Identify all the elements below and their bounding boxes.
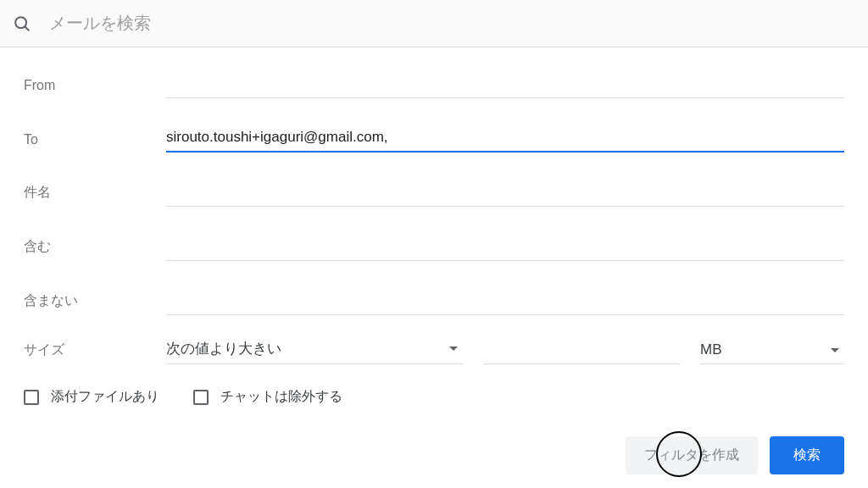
excludes-field[interactable] — [166, 289, 844, 315]
has-attachment-checkbox[interactable]: 添付ファイルあり — [24, 388, 159, 406]
checkbox-icon — [24, 390, 39, 405]
size-compare-select[interactable]: 次の値より大きい — [166, 336, 463, 364]
to-label: To — [24, 132, 166, 152]
excludes-label: 含まない — [24, 292, 166, 315]
search-button[interactable]: 検索 — [770, 436, 844, 474]
search-icon — [12, 14, 32, 34]
has-attachment-label: 添付ファイルあり — [51, 388, 159, 406]
size-unit-select[interactable]: MB — [700, 338, 844, 364]
exclude-chats-label: チャットは除外する — [220, 388, 342, 406]
subject-row: 件名 — [24, 173, 844, 207]
from-label: From — [24, 78, 166, 98]
includes-label: 含む — [24, 238, 166, 261]
chevron-down-icon — [831, 348, 839, 352]
search-input[interactable] — [49, 14, 856, 33]
subject-field[interactable] — [166, 180, 844, 207]
footer-actions: フィルタを作成 検索 — [24, 436, 844, 474]
create-filter-button[interactable]: フィルタを作成 — [626, 436, 758, 474]
size-unit-value: MB — [700, 341, 722, 358]
size-label: サイズ — [24, 341, 166, 364]
svg-point-0 — [15, 17, 26, 28]
checkbox-row: 添付ファイルあり チャットは除外する — [24, 388, 844, 406]
search-bar — [0, 0, 868, 47]
size-compare-value: 次の値より大きい — [166, 339, 281, 358]
svg-line-1 — [25, 26, 29, 30]
size-amount-field[interactable] — [483, 355, 680, 364]
exclude-chats-checkbox[interactable]: チャットは除外する — [193, 388, 342, 406]
checkbox-icon — [193, 390, 209, 405]
excludes-row: 含まない — [24, 281, 844, 315]
size-row: サイズ 次の値より大きい MB — [24, 336, 844, 364]
filter-form: From To 件名 含む 含まない サイズ 次の値より大きい MB — [0, 47, 868, 488]
includes-field[interactable] — [166, 235, 844, 261]
chevron-down-icon — [449, 347, 458, 351]
to-row: To — [24, 119, 844, 152]
includes-row: 含む — [24, 227, 844, 261]
from-field[interactable] — [166, 72, 844, 98]
from-row: From — [24, 64, 844, 98]
to-field[interactable] — [166, 125, 844, 152]
subject-label: 件名 — [24, 184, 166, 207]
